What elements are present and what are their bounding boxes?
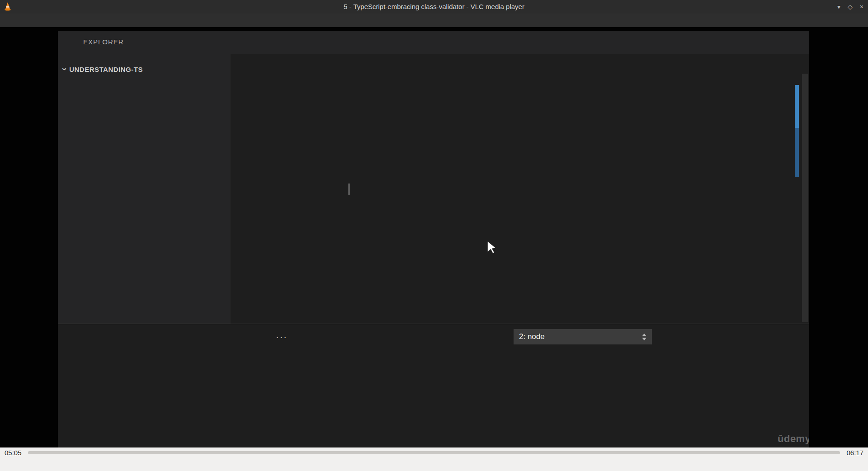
spinner-arrows-icon <box>642 334 646 340</box>
breadcrumb <box>231 54 809 75</box>
seek-row: 05:05 06:17 <box>0 447 868 457</box>
code-editor[interactable] <box>231 71 809 324</box>
editor-actions <box>797 31 809 54</box>
editor-tab-bar <box>231 31 809 54</box>
mouse-cursor <box>486 240 499 256</box>
panel-header: ··· 2: node <box>58 324 809 349</box>
title-bar: 5 - TypeScript-embracing class-validator… <box>0 0 868 14</box>
explorer-header: EXPLORER <box>83 38 124 46</box>
text-caret <box>349 184 349 195</box>
udemy-watermark: ûdemy <box>778 433 809 445</box>
elapsed-time: 05:05 <box>5 449 22 457</box>
terminal-panel: ··· 2: node <box>58 324 809 447</box>
vlc-window: 5 - TypeScript-embracing class-validator… <box>0 0 868 471</box>
seek-slider[interactable] <box>28 451 840 454</box>
controls-row <box>0 457 868 471</box>
total-time: 06:17 <box>846 449 863 457</box>
window-title: 5 - TypeScript-embracing class-validator… <box>0 0 868 14</box>
panel-more-icon[interactable]: ··· <box>276 332 288 342</box>
window-buttons: ▾◇× <box>837 0 863 14</box>
explorer-root-label: UNDERSTANDING-TS <box>69 66 143 73</box>
menu-bar <box>0 14 868 27</box>
vscode-window: EXPLORER › UNDERSTANDING-TS <box>58 31 809 447</box>
terminal-selector-value: 2: node <box>519 332 545 341</box>
overview-ruler-mark <box>795 85 799 128</box>
overview-ruler-mark <box>795 128 799 177</box>
explorer-root-folder[interactable]: › UNDERSTANDING-TS <box>58 61 231 78</box>
video-area[interactable]: EXPLORER › UNDERSTANDING-TS <box>0 27 868 447</box>
editor-scrollbar[interactable] <box>802 74 808 322</box>
window-close-button[interactable]: × <box>860 3 863 10</box>
chevron-down-icon: › <box>61 67 70 71</box>
window-minimize-button[interactable]: ▾ <box>837 3 840 10</box>
window-maximize-button[interactable]: ◇ <box>848 3 853 10</box>
terminal-selector[interactable]: 2: node <box>514 329 652 344</box>
